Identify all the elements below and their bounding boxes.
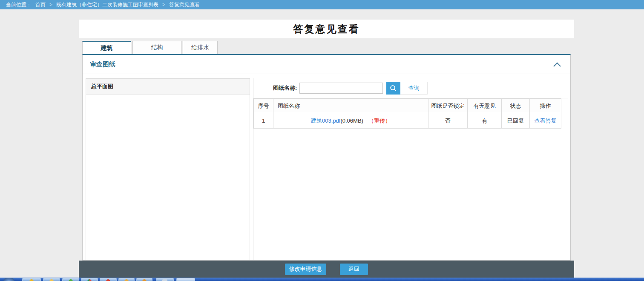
review-drawings-panel: 审查图纸 总平面图 图纸名称: 查询	[82, 54, 571, 261]
tab-label: 建筑	[101, 44, 113, 52]
cell-drawing-name: 建筑003.pdf(0.06MB)（重传）	[273, 113, 428, 129]
tab-structure[interactable]: 结构	[132, 41, 181, 54]
breadcrumb-prefix: 当前位置：	[6, 1, 32, 9]
header-index: 序号	[254, 99, 273, 113]
modify-application-button[interactable]: 修改申请信息	[285, 264, 326, 275]
drawing-list-panel: 图纸名称: 查询 序号 图纸名称 图	[253, 78, 568, 260]
reupload-link[interactable]: （重传）	[368, 118, 391, 124]
header-action: 操作	[530, 99, 561, 113]
drawing-name-label: 图纸名称:	[273, 84, 297, 92]
drawings-table: 序号 图纸名称 图纸是否锁定 有无意见 状态 操作 1 建筑003.pdf(0.…	[253, 98, 561, 129]
taskbar-red-app-icon[interactable]	[100, 278, 117, 281]
drawing-name-input[interactable]	[299, 83, 383, 94]
cell-locked: 否	[428, 113, 468, 129]
header-opinion: 有无意见	[468, 99, 502, 113]
view-reply-link[interactable]: 查看答复	[535, 118, 557, 124]
tree-node-site-plan[interactable]: 总平面图	[86, 79, 250, 95]
breadcrumb-home-link[interactable]: 首页	[35, 1, 46, 9]
header-locked: 图纸是否锁定	[428, 99, 468, 113]
drawing-tree-panel: 总平面图	[86, 78, 250, 260]
title-band: 答复意见查看	[79, 20, 574, 38]
tab-label: 给排水	[191, 44, 209, 52]
cell-opinion: 有	[468, 113, 502, 129]
tab-plumbing[interactable]: 给排水	[183, 41, 218, 54]
taskbar-yellow-app-icon[interactable]	[118, 278, 135, 281]
taskbar-blank-app-icon[interactable]	[176, 278, 195, 281]
search-button[interactable]	[386, 82, 400, 95]
collapse-chevron-icon[interactable]	[552, 62, 562, 67]
cell-action: 查看答复	[530, 113, 561, 129]
back-button[interactable]: 返回	[340, 264, 368, 275]
breadcrumb-separator: >	[49, 2, 52, 8]
cell-index: 1	[254, 113, 273, 129]
taskbar	[0, 278, 644, 281]
table-row: 1 建筑003.pdf(0.06MB)（重传） 否 有 已回复 查看答复	[254, 113, 561, 129]
drawing-file-size: (0.06MB)	[340, 118, 363, 124]
tab-bar: 建筑 结构 给排水	[82, 41, 218, 54]
tab-label: 结构	[151, 44, 163, 52]
taskbar-green-app-icon[interactable]	[62, 278, 79, 281]
breadcrumb-list-link[interactable]: 既有建筑（非住宅）二次装修施工图审查列表	[56, 1, 158, 9]
header-status: 状态	[502, 99, 530, 113]
taskbar-ie-icon[interactable]	[22, 278, 41, 281]
footer-action-bar: 修改申请信息 返回	[79, 261, 574, 278]
panel-header: 审查图纸	[83, 55, 570, 74]
search-row: 图纸名称: 查询	[253, 78, 568, 98]
breadcrumb: 当前位置： 首页 > 既有建筑（非住宅）二次装修施工图审查列表 > 答复意见查看	[0, 0, 644, 9]
taskbar-window-app-icon[interactable]	[156, 278, 174, 281]
cell-status: 已回复	[502, 113, 530, 129]
breadcrumb-separator: >	[162, 2, 165, 8]
breadcrumb-current: 答复意见查看	[169, 1, 200, 9]
search-icon	[390, 85, 397, 92]
table-header-row: 序号 图纸名称 图纸是否锁定 有无意见 状态 操作	[254, 99, 561, 113]
taskbar-chrome-icon[interactable]	[81, 278, 98, 281]
tree-node-label: 总平面图	[91, 83, 113, 90]
drawing-file-link[interactable]: 建筑003.pdf	[311, 118, 340, 124]
query-button[interactable]: 查询	[400, 82, 428, 95]
panel-title: 审查图纸	[90, 60, 115, 69]
header-drawing-name: 图纸名称	[273, 99, 428, 113]
tab-architecture[interactable]: 建筑	[82, 41, 131, 54]
page-title: 答复意见查看	[293, 23, 360, 36]
taskbar-orange-app-icon[interactable]	[136, 278, 152, 281]
taskbar-folder-icon[interactable]	[43, 278, 60, 281]
start-orb-icon[interactable]	[3, 278, 14, 281]
